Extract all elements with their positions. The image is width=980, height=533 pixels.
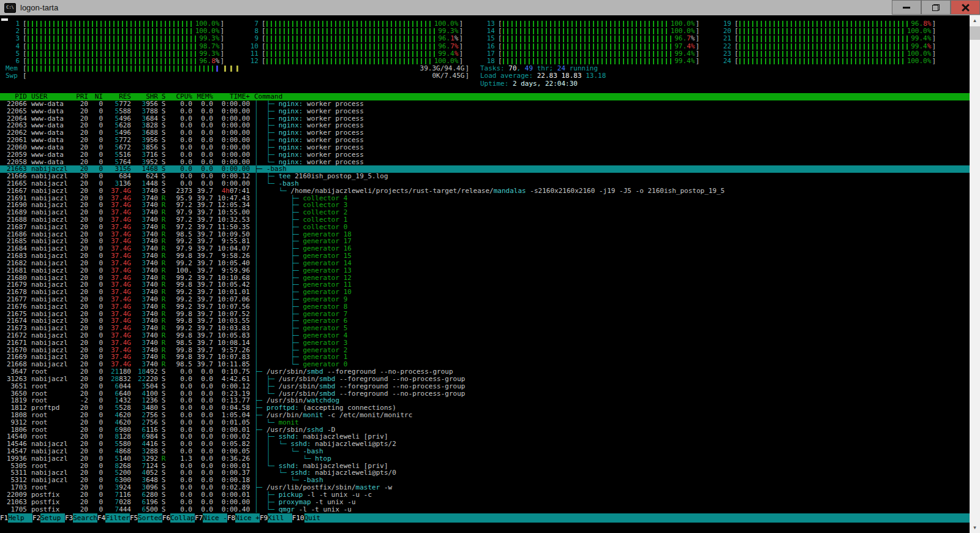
process-row[interactable]: 22060www-data20056723856S0.00.00:00.00│ …: [0, 144, 970, 151]
process-row[interactable]: 22062www-data20054963688S0.00.00:00.00│ …: [0, 129, 970, 137]
process-row[interactable]: 5312nabijaczl20063003648S0.00.00:00.18│ …: [0, 477, 970, 484]
process-row[interactable]: 14547nabijaczl20048683288S0.00.00:00.05│…: [0, 448, 970, 455]
fnkey-F3[interactable]: F3: [65, 513, 73, 523]
meter-bracket: [: [498, 43, 502, 50]
process-row[interactable]: 21689nabijaczl20037.4G3740R97.939.710:55…: [0, 209, 970, 216]
minimize-button[interactable]: [892, 0, 921, 15]
cpu-cell: 99.2: [169, 325, 192, 332]
process-row[interactable]: 5305root20082687124S0.00.00:00.01│ └─ ss…: [0, 463, 970, 470]
fnkey-F10[interactable]: F10: [292, 513, 304, 523]
fnkey-F4[interactable]: F4: [97, 513, 105, 523]
process-row[interactable]: 21667nabijaczl20037.4G3740S237339.74h07:…: [0, 187, 970, 195]
process-row[interactable]: 21682nabijaczl20037.4G3740R99.239.710:05…: [0, 260, 970, 267]
text-segment: nabijaczl: [31, 231, 68, 238]
process-row[interactable]: 21665nabijaczl20031361448S0.00.00:00.00│…: [0, 180, 970, 187]
text-segment: 99.8: [176, 317, 193, 325]
fnlabel-quit[interactable]: Quit: [304, 513, 329, 523]
meter-tick: [230, 66, 232, 72]
process-row[interactable]: 21686nabijaczl20037.4G3740R98.539.710:09…: [0, 231, 970, 238]
scroll-down-icon[interactable]: ▾: [970, 523, 980, 533]
process-row[interactable]: 3650root20066404100S0.00.00:23.19│ └─ /u…: [0, 390, 970, 398]
process-row[interactable]: 21684nabijaczl20037.4G3740R97.939.710:04…: [0, 245, 970, 252]
process-row[interactable]: 21679nabijaczl20037.4G3740R99.839.710:05…: [0, 281, 970, 289]
process-row[interactable]: 21675nabijaczl20037.4G3740R99.839.710:07…: [0, 311, 970, 318]
fnlabel-nice[interactable]: Nice +: [235, 513, 260, 523]
process-row[interactable]: 1705postfix20074446500S0.00.00:00.40│ └─…: [0, 506, 970, 513]
close-button[interactable]: [951, 0, 980, 15]
process-row[interactable]: 19936nabijaczl20051403292R1.30.00:36.26│…: [0, 455, 970, 463]
process-row[interactable]: 21673nabijaczl20037.4G3740R99.239.710:03…: [0, 325, 970, 332]
fnlabel-sorted[interactable]: Sorted: [138, 513, 162, 523]
process-row[interactable]: 22065www-data20055883788S0.00.00:00.00│ …: [0, 108, 970, 115]
process-row[interactable]: 1806root20069806116S0.00.00:00.01├─ /usr…: [0, 426, 970, 434]
pid-cell: 21681: [0, 267, 27, 274]
process-row[interactable]: 22066www-data20057723956S0.00.00:00.00│ …: [0, 100, 970, 108]
process-row[interactable]: 21676nabijaczl20037.4G3740R99.239.710:07…: [0, 303, 970, 311]
text-segment: 20: [80, 144, 88, 151]
process-row[interactable]: 1808root20046202756S0.00.01:05.04├─ /usr…: [0, 412, 970, 419]
process-row[interactable]: 21688nabijaczl20037.4G3740R97.239.710:32…: [0, 216, 970, 224]
user-cell: nabijaczl: [27, 477, 71, 484]
process-row[interactable]: 21678nabijaczl20037.4G3740R99.239.710:01…: [0, 289, 970, 296]
process-row[interactable]: 21677nabijaczl20037.4G3740R99.239.710:07…: [0, 296, 970, 303]
process-row[interactable]: 21063postfix20070286196S0.00.00:00.00│ ├…: [0, 499, 970, 506]
process-row[interactable]: 3651root20060443504S0.00.00:00.12│ ├─ /u…: [0, 383, 970, 390]
process-row[interactable]: 21666nabijaczl200684624S0.00.00:00.12│ ├…: [0, 173, 970, 180]
process-row[interactable]: 21690nabijaczl20037.4G3740R97.239.712:05…: [0, 202, 970, 209]
text-segment: root: [31, 433, 48, 440]
process-row[interactable]: 5311nabijaczl20052004052S0.00.00:00.37│ …: [0, 469, 970, 477]
fnlabel-nice[interactable]: Nice -: [203, 513, 227, 523]
process-row[interactable]: 14546nabijaczl20055804416S0.00.00:05.82│…: [0, 440, 970, 448]
process-row[interactable]: 14540root20081286984S0.00.00:00.02│ ├─ s…: [0, 433, 970, 440]
process-row[interactable]: 21672nabijaczl20037.4G3740R99.839.710:05…: [0, 332, 970, 339]
mem-cell: 39.7: [192, 238, 213, 245]
fnkey-F5[interactable]: F5: [130, 513, 138, 523]
scrollbar[interactable]: ▴ ▾: [970, 15, 980, 533]
process-row[interactable]: 21680nabijaczl20037.4G3740R99.239.710:10…: [0, 274, 970, 282]
restore-button[interactable]: [921, 0, 951, 15]
process-row[interactable]: 21691nabijaczl20037.4G3740R95.939.710:47…: [0, 195, 970, 202]
fnlabel-search[interactable]: Search: [73, 513, 97, 523]
fnkey-F1[interactable]: F1: [0, 513, 8, 523]
process-row[interactable]: 22064www-data20054963684S0.00.00:00.00│ …: [0, 115, 970, 123]
process-row[interactable]: 22063www-data20056283828S0.00.00:00.00│ …: [0, 122, 970, 129]
state-cell: S: [158, 484, 169, 491]
text-segment: 0: [99, 419, 103, 426]
process-row[interactable]: 21687nabijaczl20037.4G3740R97.239.711:50…: [0, 224, 970, 231]
text-segment: 10:07.56: [217, 303, 250, 311]
fnlabel-collap[interactable]: Collap: [170, 513, 195, 523]
process-row[interactable]: 21670nabijaczl20037.4G3740R99.839.79:57.…: [0, 347, 970, 354]
process-row[interactable]: 21681nabijaczl20037.4G3740R100.39.79:59.…: [0, 267, 970, 274]
process-row[interactable]: 21668nabijaczl20037.4G3740R98.539.710:11…: [0, 361, 970, 368]
fnkey-F6[interactable]: F6: [162, 513, 170, 523]
fnkey-F9[interactable]: F9: [260, 513, 268, 523]
process-row[interactable]: 21685nabijaczl20037.4G3740R99.239.79:55.…: [0, 238, 970, 245]
process-row[interactable]: 22009postfix20071166280S0.00.00:00.01│ ├…: [0, 491, 970, 499]
process-row[interactable]: 3647root2002118018492S0.00.00:10.75├─ /u…: [0, 368, 970, 376]
process-row[interactable]: 31263nabijaczl2002883222220S0.00.04:42.6…: [0, 376, 970, 383]
process-row[interactable]: 21671nabijaczl20037.4G3740R98.539.710:08…: [0, 339, 970, 347]
fnlabel-filter[interactable]: Filter: [105, 513, 130, 523]
process-row[interactable]: 22061www-data20057723956S0.00.00:00.00│ …: [0, 137, 970, 144]
process-row[interactable]: 1703root20039243096S0.00.00:02.89├─ /usr…: [0, 484, 970, 491]
fnlabel-setup[interactable]: Setup: [40, 513, 65, 523]
process-row[interactable]: 21669nabijaczl20037.4G3740R99.839.710:07…: [0, 353, 970, 361]
process-row[interactable]: 22059www-data20055163716S0.00.00:00.00│ …: [0, 151, 970, 159]
process-row[interactable]: 21683nabijaczl20037.4G3740R99.839.79:58.…: [0, 252, 970, 260]
process-row[interactable]: 1819root-2014321236S0.00.00:13.77├─ /usr…: [0, 397, 970, 404]
swap-meter: Swp[0K/7.45G]: [5, 72, 469, 80]
process-row-selected[interactable]: 21663nabijaczl20031561468S0.00.00:00.00├…: [0, 165, 970, 173]
scroll-up-icon[interactable]: ▴: [970, 15, 980, 26]
fnkey-F7[interactable]: F7: [195, 513, 203, 523]
process-row[interactable]: 21674nabijaczl20037.4G3740R99.839.710:03…: [0, 317, 970, 325]
fnkey-F8[interactable]: F8: [227, 513, 235, 523]
fnlabel-help[interactable]: Help: [8, 513, 32, 523]
fnkey-F2[interactable]: F2: [32, 513, 40, 523]
process-row[interactable]: 22058www-data20057643952S0.00.00:00.00│ …: [0, 159, 970, 166]
fnlabel-kill[interactable]: Kill: [268, 513, 292, 523]
console-icon[interactable]: C:\: [4, 3, 16, 13]
scrollbar-thumb[interactable]: [970, 26, 980, 40]
process-row[interactable]: 9312root20046202756S0.00.00:01.05│ └─ mo…: [0, 419, 970, 426]
cpu-cell: 0.0: [169, 129, 192, 137]
process-row[interactable]: 1812proftpd20055283480S0.00.00:04.58├─ p…: [0, 404, 970, 412]
